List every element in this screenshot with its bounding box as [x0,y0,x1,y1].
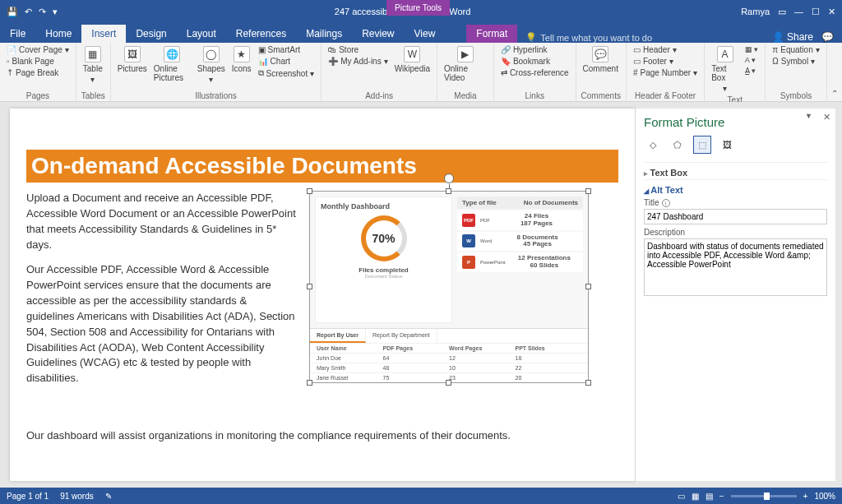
tab-review[interactable]: Review [352,25,404,43]
comment-button[interactable]: 💬Comment [581,44,620,90]
info-icon[interactable]: i [662,199,670,207]
quick-parts-button[interactable]: ▦ ▾ [743,44,761,54]
wikipedia-icon: W [404,46,420,62]
close-panel-icon[interactable]: ✕ [823,112,830,123]
resize-handle[interactable] [446,188,451,194]
shapes-icon: ◯ [203,46,220,62]
resize-handle[interactable] [307,188,312,194]
hyperlink-button[interactable]: 🔗 Hyperlink [499,44,571,55]
group-label-comments: Comments [581,90,621,101]
resize-handle[interactable] [446,380,451,386]
tab-home[interactable]: Home [35,25,81,43]
picture-icon[interactable]: 🖼 [718,136,736,154]
ribbon-options-icon[interactable]: ▭ [778,7,786,17]
zoom-in-icon[interactable]: + [803,492,808,501]
resize-handle[interactable] [307,380,312,386]
redo-icon[interactable]: ↷ [39,7,46,17]
drop-cap-button[interactable]: A̲ ▾ [743,66,761,76]
menu-bar: File Home Insert Design Layout Reference… [0,23,842,43]
text-box-button[interactable]: AText Box▾ [710,44,740,95]
share-button[interactable]: 👤 Share [772,31,813,43]
page-number-button[interactable]: # Page Number ▾ [632,67,699,78]
paragraph-3[interactable]: Our dashboard will assist organizations … [26,429,618,442]
minimize-icon[interactable]: — [794,7,803,16]
store-button[interactable]: 🛍 Store [326,44,389,55]
comments-icon[interactable]: 💬 [821,31,834,43]
header-button[interactable]: ▭ Header ▾ [632,44,699,55]
close-icon[interactable]: ✕ [828,7,835,17]
screenshot-button[interactable]: ⧉ Screenshot ▾ [257,67,317,79]
word-count[interactable]: 91 words [60,492,94,501]
status-bar: Page 1 of 1 91 words ✎ ▭ ▦ ▤ − + 100% [0,488,842,504]
selected-picture[interactable]: Monthly Dashboard 70% Files completed Do… [309,191,589,383]
tab-design[interactable]: Design [126,25,176,43]
smartart-button[interactable]: ▣ SmartArt [257,44,317,55]
cover-page-button[interactable]: 📄 Cover Page ▾ [5,44,71,55]
layout-properties-icon[interactable]: ⬚ [693,136,711,154]
wordart-button[interactable]: A ▾ [743,55,761,65]
paragraph-1[interactable]: Upload a Document and receive an Accessi… [26,191,298,252]
tab-insert[interactable]: Insert [81,25,126,43]
table-icon: ▦ [85,46,101,62]
user-name[interactable]: Ramya [741,7,770,16]
maximize-icon[interactable]: ☐ [812,7,820,17]
bookmark-button[interactable]: 🔖 Bookmark [499,56,571,67]
icons-button[interactable]: ★Icons [230,44,253,90]
section-alt-text[interactable]: Alt Text Titlei Description [644,179,827,299]
resize-handle[interactable] [585,284,591,289]
shapes-button[interactable]: ◯Shapes▾ [196,44,227,90]
textbox-icon: A [717,46,733,62]
document-heading[interactable]: On-demand Accessible Documents [26,150,618,183]
paragraph-2[interactable]: Our Accessible PDF, Accessible Word & Ac… [26,262,298,386]
print-layout-icon[interactable]: ▦ [692,492,699,501]
blank-page-button[interactable]: ▫ Blank Page [5,56,71,67]
web-layout-icon[interactable]: ▤ [706,492,713,501]
online-video-button[interactable]: ▶Online Video [442,44,488,90]
chart-button[interactable]: 📊 Chart [257,56,317,67]
resize-handle[interactable] [585,380,591,386]
zoom-level[interactable]: 100% [814,492,835,501]
rotate-handle[interactable] [444,173,454,183]
group-label-header-footer: Header & Footer [632,90,699,101]
document-page[interactable]: On-demand Accessible Documents Upload a … [10,109,635,481]
tab-file[interactable]: File [0,25,35,43]
table-button[interactable]: ▦Table▾ [81,44,104,90]
tab-references[interactable]: References [226,25,296,43]
video-icon: ▶ [457,46,474,62]
page-break-button[interactable]: ⤒ Page Break [5,67,71,78]
footer-button[interactable]: ▭ Footer ▾ [632,56,699,67]
qat-dropdown-icon[interactable]: ▾ [53,7,58,17]
pictures-button[interactable]: 🖼Pictures [116,44,149,90]
section-text-box[interactable]: Text Box [644,162,827,179]
equation-button[interactable]: π Equation ▾ [770,44,821,55]
page-indicator[interactable]: Page 1 of 1 [7,492,49,501]
zoom-slider[interactable] [731,495,797,497]
dashboard-image-content: Monthly Dashboard 70% Files completed Do… [310,192,588,382]
tab-mailings[interactable]: Mailings [296,25,352,43]
collapse-ribbon-icon[interactable]: ⌃ [827,43,842,101]
my-addins-button[interactable]: ➕ My Add-ins ▾ [326,56,389,67]
online-pictures-button[interactable]: 🌐Online Pictures [152,44,192,90]
alt-text-description-input[interactable] [644,238,827,296]
tell-me-box[interactable]: 💡Tell me what you want to do [525,32,652,43]
alt-text-title-input[interactable] [644,209,827,224]
spell-check-icon[interactable]: ✎ [105,492,112,501]
resize-handle[interactable] [307,284,312,289]
group-label-symbols: Symbols [770,90,821,101]
wikipedia-button[interactable]: WWikipedia [393,44,432,90]
cross-reference-button[interactable]: ⇄ Cross-reference [499,67,571,78]
panel-options-icon[interactable]: ▼ [805,112,812,120]
tab-format[interactable]: Format [466,25,517,43]
symbol-button[interactable]: Ω Symbol ▾ [770,56,821,67]
tab-layout[interactable]: Layout [177,25,226,43]
resize-handle[interactable] [585,188,591,194]
effects-icon[interactable]: ⬠ [669,136,687,154]
undo-icon[interactable]: ↶ [25,7,32,17]
document-text-column[interactable]: Upload a Document and receive an Accessi… [26,191,298,396]
tab-view[interactable]: View [405,25,446,43]
read-mode-icon[interactable]: ▭ [678,492,685,501]
fill-line-icon[interactable]: ◇ [644,136,662,154]
zoom-out-icon[interactable]: − [719,492,724,501]
save-icon[interactable]: 💾 [7,7,18,17]
group-label-pages: Pages [5,90,71,101]
